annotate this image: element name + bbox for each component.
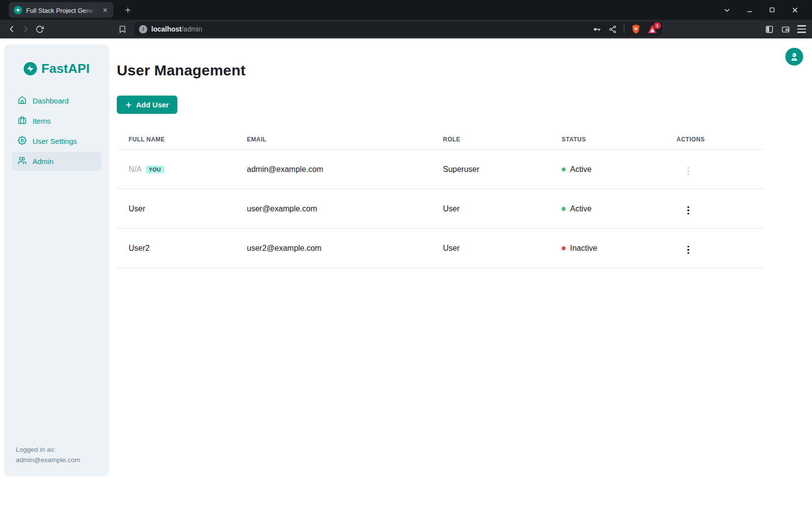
forward-button[interactable] xyxy=(19,22,33,36)
cell-status: Active xyxy=(550,150,665,189)
brave-rewards-icon[interactable]: 1 xyxy=(647,25,657,34)
add-user-button[interactable]: Add User xyxy=(117,96,177,114)
sidebar-item-label: User Settings xyxy=(33,137,77,145)
close-window-button[interactable] xyxy=(788,3,801,16)
site-info-icon[interactable] xyxy=(139,25,147,34)
fastapi-logo: FastAPI xyxy=(12,61,102,76)
cell-status: Inactive xyxy=(550,229,665,268)
col-header-full-name: Full Name xyxy=(117,129,235,150)
logged-in-email: admin@example.com xyxy=(16,455,80,466)
logged-in-label: Logged in as: xyxy=(16,445,80,455)
table-row: User2 user2@example.com User Inactive xyxy=(117,229,765,268)
sidebar-item-items[interactable]: Items xyxy=(12,111,102,131)
status-label: Active xyxy=(570,165,592,174)
status-label: Inactive xyxy=(570,244,597,253)
status-dot xyxy=(562,207,566,211)
table-row: N/AYOU admin@example.com Superuser Activ… xyxy=(117,150,765,189)
sidebar-toggle-icon[interactable] xyxy=(765,25,774,34)
cell-role: User xyxy=(431,189,550,229)
row-actions-menu-icon[interactable] xyxy=(685,204,691,217)
briefcase-icon xyxy=(18,116,27,126)
share-icon[interactable] xyxy=(609,25,617,34)
home-icon xyxy=(18,96,27,106)
browser-tab[interactable]: Full Stack Project Genera xyxy=(9,2,113,18)
cell-actions xyxy=(665,150,765,189)
page-content: FastAPI Dashboard Items User Settings xyxy=(0,38,812,505)
you-badge: YOU xyxy=(146,166,164,173)
cell-actions xyxy=(665,229,765,268)
cell-email: user@example.com xyxy=(235,189,431,229)
url-host: localhost xyxy=(151,25,181,33)
row-actions-menu-icon xyxy=(685,165,691,177)
user-menu-button[interactable] xyxy=(785,48,803,66)
sidebar-item-label: Admin xyxy=(33,157,54,166)
tab-close-icon[interactable] xyxy=(101,5,109,14)
sidebar: FastAPI Dashboard Items User Settings xyxy=(4,44,109,476)
menu-icon[interactable] xyxy=(797,25,806,33)
tab-title: Full Stack Project Genera xyxy=(26,7,97,14)
toolbar-right-actions xyxy=(765,25,806,34)
url-text: localhost/admin xyxy=(151,25,203,33)
fastapi-bolt-icon xyxy=(24,62,37,75)
tab-title-wrap: Full Stack Project Genera xyxy=(26,6,97,14)
full-name-value: User xyxy=(129,204,145,213)
logged-in-info: Logged in as: admin@example.com xyxy=(16,445,80,466)
page-title: User Management xyxy=(117,62,812,79)
sidebar-item-dashboard[interactable]: Dashboard xyxy=(12,91,102,110)
col-header-actions: Actions xyxy=(665,129,765,150)
add-user-label: Add User xyxy=(136,101,169,109)
cell-email: admin@example.com xyxy=(235,150,431,189)
sidebar-item-admin[interactable]: Admin xyxy=(12,152,102,171)
rewards-notification-badge: 1 xyxy=(654,22,661,29)
cell-status: Active xyxy=(550,189,665,229)
gear-icon xyxy=(18,136,27,146)
col-header-email: Email xyxy=(235,129,431,150)
full-name-value: N/A xyxy=(129,165,142,173)
col-header-role: Role xyxy=(431,129,550,150)
cell-role: Superuser xyxy=(431,150,550,189)
tab-search-chevron-icon[interactable] xyxy=(720,3,733,16)
sidebar-item-user-settings[interactable]: User Settings xyxy=(12,132,102,151)
urlbar-actions: 1 xyxy=(592,24,657,34)
sidebar-item-label: Dashboard xyxy=(33,97,68,105)
cell-full-name: User xyxy=(117,189,235,229)
table-header-row: Full Name Email Role Status Actions xyxy=(117,129,765,150)
cell-email: user2@example.com xyxy=(235,229,431,268)
plus-icon xyxy=(125,101,132,108)
maximize-button[interactable] xyxy=(766,3,778,16)
browser-tab-bar: Full Stack Project Genera xyxy=(0,0,812,20)
cell-actions xyxy=(665,189,765,229)
cell-full-name: User2 xyxy=(117,229,235,268)
reload-button[interactable] xyxy=(33,22,46,36)
window-controls xyxy=(720,3,805,16)
password-key-icon[interactable] xyxy=(592,25,602,34)
url-path: /admin xyxy=(181,25,202,33)
back-button[interactable] xyxy=(5,22,19,36)
logo-text: FastAPI xyxy=(41,61,90,76)
bookmark-icon[interactable] xyxy=(115,22,129,36)
sidebar-item-label: Items xyxy=(33,117,51,125)
status-dot xyxy=(562,168,566,171)
address-bar[interactable]: localhost/admin 1 xyxy=(134,22,662,36)
status-dot xyxy=(562,246,566,250)
col-header-status: Status xyxy=(550,129,665,150)
wallet-icon[interactable] xyxy=(781,25,790,34)
new-tab-button[interactable] xyxy=(121,3,134,16)
status-label: Active xyxy=(570,204,592,213)
sidebar-nav: Dashboard Items User Settings Admin xyxy=(12,91,102,171)
minimize-button[interactable] xyxy=(743,3,756,16)
main-panel: User Management Add User Full Name Email… xyxy=(117,38,812,505)
browser-toolbar: localhost/admin 1 xyxy=(0,20,812,38)
urlbar-divider xyxy=(624,25,624,34)
table-row: User user@example.com User Active xyxy=(117,189,765,229)
users-icon xyxy=(18,156,27,167)
users-table: Full Name Email Role Status Actions N/AY… xyxy=(117,129,765,268)
row-actions-menu-icon[interactable] xyxy=(685,244,691,256)
brave-shield-icon[interactable] xyxy=(631,24,641,34)
cell-role: User xyxy=(431,229,550,268)
full-name-value: User2 xyxy=(129,244,150,252)
fastapi-favicon-icon xyxy=(14,6,22,14)
cell-full-name: N/AYOU xyxy=(117,150,235,189)
